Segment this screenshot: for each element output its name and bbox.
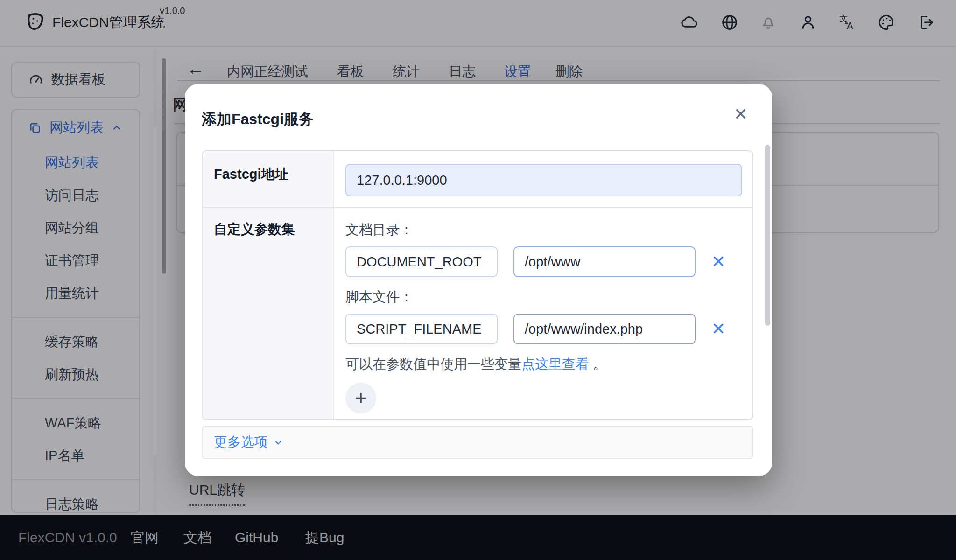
add-fastcgi-modal: 添加Fastcgi服务 ✕ Fastcgi地址 自定义参数集 文档目录： ✕ 脚… xyxy=(185,84,772,476)
param-group-caption-docroot: 文档目录： xyxy=(345,220,733,239)
params-hint: 可以在参数值中使用一些变量点这里查看 。 xyxy=(345,355,733,373)
app-window: FlexCDN管理系统 v1.0.0 文 A xyxy=(0,0,956,560)
close-icon[interactable]: ✕ xyxy=(734,105,748,124)
add-param-button[interactable]: + xyxy=(345,383,376,413)
hint-suffix: 。 xyxy=(589,357,606,371)
form-label-column xyxy=(203,151,334,419)
param-group-caption-script: 脚本文件： xyxy=(345,287,733,306)
modal-title: 添加Fastcgi服务 xyxy=(202,109,314,130)
param-name-input[interactable] xyxy=(345,314,498,344)
param-row-script: ✕ xyxy=(345,314,733,344)
form-row-divider xyxy=(203,207,752,208)
custom-params-label: 自定义参数集 xyxy=(214,220,295,239)
fastcgi-address-input[interactable] xyxy=(345,164,742,196)
custom-params-content: 文档目录： ✕ 脚本文件： ✕ 可以在参数值中使用一些变量点这里查看 。 + xyxy=(345,220,733,413)
hint-text: 可以在参数值中使用一些变量 xyxy=(345,357,521,371)
delete-param-icon[interactable]: ✕ xyxy=(711,319,725,339)
modal-scrollbar-thumb[interactable] xyxy=(765,145,770,326)
param-value-input[interactable] xyxy=(513,246,696,277)
param-name-input[interactable] xyxy=(345,246,498,277)
fastcgi-address-label: Fastcgi地址 xyxy=(214,165,288,184)
chevron-down-icon xyxy=(273,437,284,448)
modal-form-table: Fastcgi地址 自定义参数集 文档目录： ✕ 脚本文件： ✕ 可以在参数值中… xyxy=(202,150,753,420)
hint-view-variables-link[interactable]: 点这里查看 xyxy=(521,357,589,371)
more-options-toggle[interactable]: 更多选项 xyxy=(202,426,753,459)
param-row-docroot: ✕ xyxy=(345,246,733,277)
param-value-input[interactable] xyxy=(513,314,696,344)
more-options-label: 更多选项 xyxy=(214,433,268,452)
delete-param-icon[interactable]: ✕ xyxy=(711,252,725,272)
